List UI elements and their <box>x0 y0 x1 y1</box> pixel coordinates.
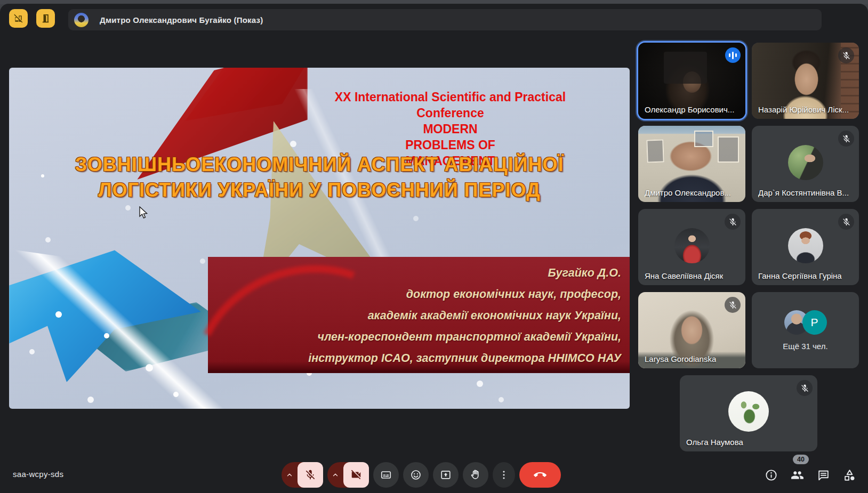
activities-button[interactable] <box>842 468 856 482</box>
camera-control[interactable] <box>327 462 369 488</box>
participant-avatar <box>728 391 769 432</box>
mic-off-icon <box>797 380 813 396</box>
camera-options-chevron[interactable] <box>327 471 343 479</box>
people-button[interactable]: 40 <box>790 468 804 482</box>
author-box: Бугайко Д.О. доктор економічних наук, пр… <box>208 257 630 373</box>
shared-presentation-tile[interactable]: XX International Scientific and Practica… <box>9 68 630 409</box>
participant-tile[interactable]: Larysa Gorodianska <box>638 292 745 368</box>
present-button[interactable] <box>433 462 459 488</box>
mouse-cursor <box>139 206 149 220</box>
present-screen-icon <box>440 469 452 481</box>
mic-off-icon <box>838 214 854 230</box>
participant-name: Ганна Сергіївна Гуріна <box>758 271 842 280</box>
participant-name: Larysa Gorodianska <box>645 354 716 363</box>
mic-off-button[interactable] <box>298 462 323 488</box>
more-options-button[interactable] <box>493 462 515 488</box>
camera-off-button[interactable] <box>343 462 369 488</box>
conference-line: XX International Scientific and Practica… <box>305 89 596 121</box>
wall-frame <box>694 131 713 147</box>
meeting-code: saa-wcpy-sds <box>13 470 63 479</box>
participant-avatar <box>788 228 823 263</box>
participant-avatar <box>674 228 710 263</box>
smiley-icon <box>410 469 422 481</box>
participant-count-badge: 40 <box>793 455 809 464</box>
wall-frame <box>718 136 739 163</box>
participant-tile[interactable]: Ганна Сергіївна Гуріна <box>752 209 859 285</box>
participant-name: Ольга Наумова <box>686 438 743 447</box>
presenter-bar: Дмитро Олександрович Бугайко (Показ) <box>68 9 822 30</box>
participant-avatar <box>788 145 823 180</box>
mic-control[interactable] <box>282 462 323 488</box>
end-call-icon <box>534 468 546 481</box>
participant-tile[interactable]: Назарій Юрійович Ліск... <box>752 43 859 119</box>
mic-off-icon <box>838 131 854 147</box>
speaking-indicator-icon <box>725 47 741 63</box>
conference-line: PROBLEMS OF <box>305 137 596 153</box>
participant-tile[interactable]: Дмитро Олександров... <box>638 126 745 202</box>
participant-name: Олександр Борисович... <box>645 105 734 114</box>
chat-button[interactable] <box>816 468 830 482</box>
chat-icon <box>817 468 830 482</box>
meeting-panel-controls: 40 <box>764 468 856 482</box>
wall-frame <box>646 139 664 163</box>
reactions-button[interactable] <box>403 462 429 488</box>
door-icon <box>40 13 51 24</box>
mic-off-icon <box>304 469 316 481</box>
participant-tile[interactable]: Яна Савеліївна Дісяк <box>638 209 745 285</box>
info-icon <box>765 468 778 482</box>
chevron-up-icon <box>286 471 293 479</box>
overflow-avatars: P <box>784 310 827 335</box>
door-button[interactable] <box>36 9 55 28</box>
mic-off-icon <box>725 297 741 313</box>
presenter-avatar <box>74 13 89 27</box>
building-slash-icon <box>13 13 24 24</box>
info-button[interactable] <box>764 468 778 482</box>
presenter-label: Дмитро Олександрович Бугайко (Показ) <box>100 15 263 25</box>
overflow-count-label: Ещё 31 чел. <box>783 342 827 351</box>
participant-name: Дар`я Костянтинівна В... <box>758 188 849 197</box>
captions-icon <box>380 469 392 481</box>
building-slash-button[interactable] <box>9 9 28 28</box>
participant-tile[interactable]: Ольга Наумова <box>680 375 817 451</box>
overflow-content: P Ещё 31 чел. <box>752 292 859 368</box>
participant-name: Дмитро Олександров... <box>645 188 731 197</box>
end-call-button[interactable] <box>519 462 561 488</box>
raised-hand-icon <box>470 469 481 481</box>
slide-title-line: ЛОГІСТИКИ УКРАЇНИ У ПОВОЄННИЙ ПЕРІОД <box>9 177 630 203</box>
slide-title-line: ЗОВНІШНЬОЕКОНОМІЧНИЙ АСПЕКТ АВІАЦІЙНОЇ <box>9 152 630 177</box>
captions-button[interactable] <box>373 462 399 488</box>
people-icon <box>791 468 804 482</box>
participant-tile[interactable]: Олександр Борисович... <box>638 43 745 119</box>
video-face <box>683 71 701 93</box>
activities-shapes-icon <box>843 468 856 482</box>
participant-name: Назарій Юрійович Ліск... <box>758 105 849 114</box>
conference-line: MODERN <box>305 121 596 137</box>
vertical-dots-icon <box>498 469 510 481</box>
chevron-up-icon <box>332 471 339 479</box>
mic-off-icon <box>838 47 854 63</box>
meet-window: Дмитро Олександрович Бугайко (Показ) XX … <box>0 4 868 493</box>
overflow-avatar-letter: P <box>802 310 827 335</box>
call-controls <box>282 462 561 488</box>
overflow-participants-tile[interactable]: P Ещё 31 чел. <box>752 292 859 368</box>
mic-options-chevron[interactable] <box>282 471 298 479</box>
raise-hand-button[interactable] <box>463 462 488 488</box>
camera-off-icon <box>350 469 362 481</box>
mic-off-icon <box>725 214 741 230</box>
participant-name: Яна Савеліївна Дісяк <box>645 271 723 280</box>
slide-title: ЗОВНІШНЬОЕКОНОМІЧНИЙ АСПЕКТ АВІАЦІЙНОЇ Л… <box>9 152 630 203</box>
participant-tile[interactable]: Дар`я Костянтинівна В... <box>752 126 859 202</box>
